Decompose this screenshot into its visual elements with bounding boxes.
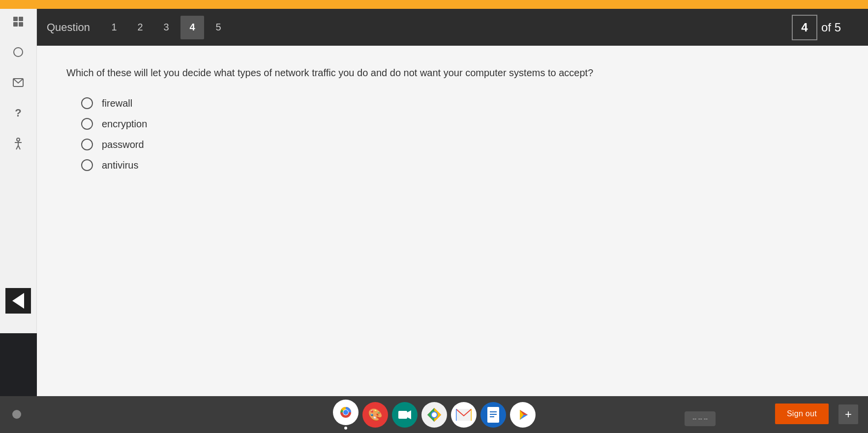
svg-marker-16	[407, 410, 411, 419]
question-label: Question	[47, 21, 90, 34]
radio-firewall[interactable]	[81, 97, 93, 109]
option-firewall[interactable]: firewall	[81, 97, 838, 109]
options-list: firewall encryption password antivirus	[81, 97, 838, 171]
circle-icon[interactable]	[10, 44, 26, 60]
nav-num-2[interactable]: 2	[128, 16, 152, 39]
sign-out-button[interactable]: Sign out	[775, 404, 829, 424]
svg-point-18	[432, 412, 437, 417]
nav-num-3[interactable]: 3	[154, 16, 178, 39]
option-label-firewall: firewall	[102, 98, 132, 109]
back-arrow-button[interactable]	[5, 288, 31, 314]
question-nav-bar: Question 1 2 3 4 5	[37, 9, 868, 46]
top-bar	[0, 0, 868, 9]
svg-rect-1	[19, 17, 23, 21]
nav-numbers: 1 2 3 4 5	[102, 16, 230, 39]
option-label-encryption: encryption	[102, 118, 147, 130]
svg-point-14	[343, 410, 348, 415]
add-button[interactable]: +	[838, 404, 858, 424]
accessibility-icon[interactable]	[10, 136, 26, 151]
taskbar: 🎨	[0, 396, 868, 433]
mail-icon[interactable]	[10, 75, 26, 90]
svg-point-4	[14, 48, 23, 57]
option-label-password: password	[102, 139, 144, 150]
art-taskbar-icon[interactable]: 🎨	[362, 402, 388, 428]
nav-num-5[interactable]: 5	[207, 16, 230, 39]
current-page-number: 4	[792, 15, 817, 40]
option-antivirus[interactable]: antivirus	[81, 159, 838, 171]
svg-rect-2	[13, 22, 18, 27]
option-encryption[interactable]: encryption	[81, 118, 838, 130]
radio-encryption[interactable]	[81, 118, 93, 130]
gmail-taskbar-icon[interactable]	[451, 402, 477, 428]
nav-num-1[interactable]: 1	[102, 16, 126, 39]
option-label-antivirus: antivirus	[102, 160, 138, 171]
option-password[interactable]: password	[81, 139, 838, 150]
svg-rect-3	[19, 22, 23, 27]
meet-taskbar-icon[interactable]	[392, 402, 418, 428]
radio-antivirus[interactable]	[81, 159, 93, 171]
page-of-text: of 5	[821, 21, 841, 34]
play-taskbar-icon[interactable]	[510, 402, 536, 428]
page-counter: 4 of 5	[792, 9, 841, 46]
chrome-taskbar-icon[interactable]	[333, 400, 359, 425]
help-icon[interactable]: ?	[10, 105, 26, 121]
svg-rect-15	[398, 411, 407, 419]
chrome-active-dot	[344, 427, 347, 430]
docs-taskbar-icon[interactable]	[480, 402, 506, 428]
question-text: Which of these will let you decide what …	[66, 65, 838, 80]
svg-line-10	[18, 145, 20, 149]
chrome-icon-wrap	[333, 400, 359, 430]
grid-icon[interactable]	[10, 14, 26, 29]
svg-rect-0	[13, 17, 18, 21]
svg-line-9	[16, 145, 18, 149]
status-widget[interactable]: -- -- --	[685, 411, 716, 426]
radio-password[interactable]	[81, 139, 93, 150]
status-text: -- -- --	[692, 415, 708, 422]
taskbar-home-dot[interactable]	[12, 410, 21, 419]
nav-num-4[interactable]: 4	[180, 16, 204, 39]
svg-point-6	[17, 138, 20, 141]
left-sidebar: ?	[0, 9, 37, 333]
main-content: Which of these will let you decide what …	[37, 46, 868, 396]
photos-taskbar-icon[interactable]	[421, 402, 447, 428]
